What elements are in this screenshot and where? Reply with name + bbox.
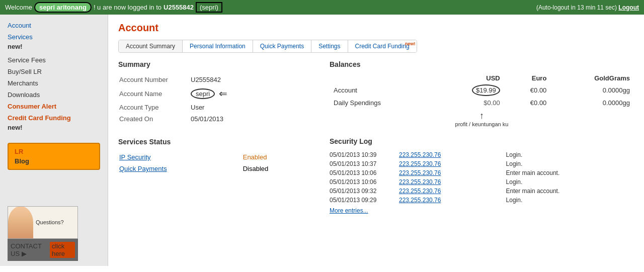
blog-lr: LR xyxy=(15,148,93,155)
log-action: Login. xyxy=(502,159,634,168)
log-datetime: 05/01/2013 09:32 xyxy=(330,187,395,196)
page-title: Account xyxy=(118,22,634,34)
account-type-value: User xyxy=(191,102,308,113)
table-row: 05/01/2013 10:06 223.255.230.76 Enter ma… xyxy=(330,168,634,177)
sidebar: Account Services new! Service Fees Buy/S… xyxy=(0,15,108,266)
table-row: Quick Payments Disabled xyxy=(119,163,308,174)
logout-button[interactable]: Logout xyxy=(618,4,639,11)
new-badge-tab: new! xyxy=(405,41,416,46)
sidebar-item-service-fees[interactable]: Service Fees xyxy=(8,56,100,64)
table-row: 05/01/2013 10:06 223.255.230.76 Login. xyxy=(330,177,634,187)
blog-label: Blog xyxy=(15,157,93,165)
table-header-row: USD Euro GoldGrams xyxy=(330,73,634,83)
security-log-table: 05/01/2013 10:39 223.255.230.76 Login. 0… xyxy=(330,150,634,205)
lady-icon xyxy=(8,206,33,239)
profit-label: profit / keuntungan ku xyxy=(455,121,509,127)
services-status-title: Services Status xyxy=(118,138,309,146)
table-row: 05/01/2013 09:29 223.255.230.76 Login. xyxy=(330,196,634,205)
contact-us-bar[interactable]: CONTACT US ▶ click here xyxy=(8,239,78,261)
tab-settings[interactable]: Settings xyxy=(311,40,348,52)
ip-link[interactable]: 223.255.230.76 xyxy=(399,169,441,176)
account-number-value: U2555842 xyxy=(191,74,308,85)
more-entries-link[interactable]: More entries... xyxy=(330,207,634,214)
ip-security-link[interactable]: IP Security xyxy=(119,152,242,162)
account-row-label: Account xyxy=(330,83,435,98)
account-name-value: sepri ⇐ xyxy=(191,86,308,101)
ip-security-value: Enabled xyxy=(243,152,308,162)
sidebar-item-services[interactable]: Services new! xyxy=(8,33,100,52)
new-badge-credit: new! xyxy=(8,124,100,131)
sidebar-item-libertyguard[interactable]: Account xyxy=(8,22,100,29)
sidebar-item-credit-card[interactable]: Credit Card Funding new! xyxy=(8,114,100,133)
daily-spendings-goldgrams: 0.0000gg xyxy=(550,98,634,108)
table-row: Daily Spendings $0.00 €0.00 0.0000gg xyxy=(330,98,634,108)
tab-personal-information[interactable]: Personal Information xyxy=(183,40,253,52)
services-table: IP Security Enabled Quick Payments Disab… xyxy=(118,151,309,175)
logged-in-text: ! u are now logged in to xyxy=(94,4,162,11)
sidebar-item-consumer-alert[interactable]: Consumer Alert xyxy=(8,103,100,110)
table-row: Account Number U2555842 xyxy=(119,74,308,85)
quick-payments-link[interactable]: Quick Payments xyxy=(119,163,242,174)
sidebar-item-downloads[interactable]: Downloads xyxy=(8,91,100,99)
contact-us-text: CONTACT US ▶ xyxy=(11,242,48,257)
log-action: Login. xyxy=(502,150,634,159)
welcome-text: Welcome xyxy=(5,4,32,11)
content-row: Summary Account Number U2555842 Account … xyxy=(118,60,634,214)
ip-link[interactable]: 223.255.230.76 xyxy=(399,160,441,167)
ip-link[interactable]: 223.255.230.76 xyxy=(399,178,441,186)
account-euro: €0.00 xyxy=(504,83,551,98)
log-datetime: 05/01/2013 10:37 xyxy=(330,159,395,168)
table-row: Created On 05/01/2013 xyxy=(119,114,308,124)
col-euro: Euro xyxy=(504,73,551,83)
ip-link[interactable]: 223.255.230.76 xyxy=(399,151,441,158)
table-row: 05/01/2013 10:37 223.255.230.76 Login. xyxy=(330,159,634,168)
table-row: 05/01/2013 09:32 223.255.230.76 Enter ma… xyxy=(330,187,634,196)
tab-credit-card-funding[interactable]: Credit Card Funding new! xyxy=(348,40,417,52)
table-row: 05/01/2013 10:39 223.255.230.76 Login. xyxy=(330,150,634,159)
click-here-badge: click here xyxy=(50,242,75,258)
profit-section: ↑ profit / keuntungan ku xyxy=(330,111,634,127)
col-usd: USD xyxy=(435,73,504,83)
summary-table: Account Number U2555842 Account Name sep… xyxy=(118,73,309,125)
log-datetime: 05/01/2013 10:06 xyxy=(330,168,395,177)
balances-title: Balances xyxy=(330,60,634,68)
tab-quick-payments[interactable]: Quick Payments xyxy=(253,40,311,52)
log-datetime: 05/01/2013 09:29 xyxy=(330,196,395,205)
daily-spendings-label: Daily Spendings xyxy=(330,98,435,108)
table-row: Account $19.99 €0.00 0.0000gg xyxy=(330,83,634,98)
topbar-left: Welcome sepri aritonang ! u are now logg… xyxy=(5,2,222,13)
right-column: Balances USD Euro GoldGrams xyxy=(330,60,634,214)
blog-button[interactable]: LR Blog xyxy=(8,143,100,170)
created-on-value: 05/01/2013 xyxy=(191,114,308,124)
sepri-paren: (sepri) xyxy=(196,2,222,13)
security-log-section: Security Log 05/01/2013 10:39 223.255.23… xyxy=(330,137,634,214)
services-status-section: Services Status IP Security Enabled Quic… xyxy=(118,138,309,175)
log-action: Login. xyxy=(502,177,634,187)
balances-table: USD Euro GoldGrams Account $19.99 xyxy=(330,73,634,108)
daily-spendings-usd: $0.00 xyxy=(435,98,504,108)
ip-link[interactable]: 223.255.230.76 xyxy=(399,188,441,195)
account-id-top: U2555842 xyxy=(164,4,194,11)
log-datetime: 05/01/2013 10:06 xyxy=(330,177,395,187)
created-on-label: Created On xyxy=(119,114,190,124)
usd-circled-value: $19.99 xyxy=(472,84,500,96)
ip-link[interactable]: 223.255.230.76 xyxy=(399,197,441,204)
contact-box: Questions? CONTACT US ▶ click here xyxy=(8,196,100,261)
left-column: Summary Account Number U2555842 Account … xyxy=(118,60,309,214)
questions-text: Questions? xyxy=(33,216,66,228)
account-type-label: Account Type xyxy=(119,102,190,113)
up-arrow-icon: ↑ xyxy=(330,111,634,121)
table-row: Account Name sepri ⇐ xyxy=(119,86,308,101)
log-datetime: 05/01/2013 10:39 xyxy=(330,150,395,159)
username-badge: sepri aritonang xyxy=(34,2,92,13)
summary-section: Summary Account Number U2555842 Account … xyxy=(118,60,309,125)
main-content: Account Account Summary Personal Informa… xyxy=(108,15,644,266)
sidebar-item-buy-sell-lr[interactable]: Buy/Sell LR xyxy=(8,68,100,75)
tab-account-summary[interactable]: Account Summary xyxy=(119,40,183,52)
daily-spendings-euro: €0.00 xyxy=(504,98,551,108)
account-goldgrams: 0.0000gg xyxy=(550,83,634,98)
account-usd: $19.99 xyxy=(435,83,504,98)
sidebar-item-merchants[interactable]: Merchants xyxy=(8,79,100,87)
quick-payments-value: Disabled xyxy=(243,163,308,174)
security-log-title: Security Log xyxy=(330,137,634,145)
